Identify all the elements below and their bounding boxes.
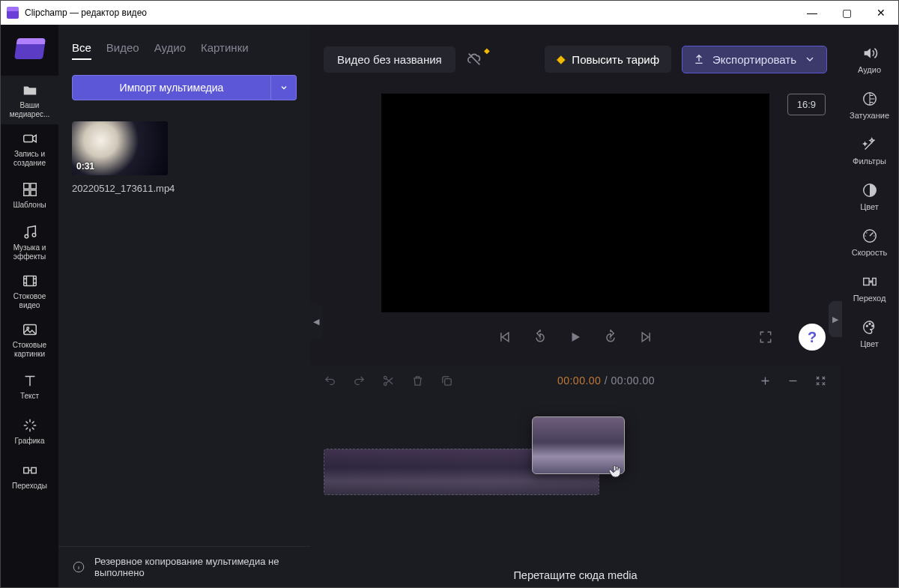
import-media-button[interactable]: Импорт мультимедиа — [72, 75, 271, 100]
add-track-icon[interactable] — [759, 375, 772, 387]
clip-thumbnail[interactable]: 0:31 — [72, 121, 168, 175]
export-button[interactable]: Экспортировать — [682, 46, 827, 73]
sidebar-item-record[interactable]: Запись и создание — [1, 124, 58, 173]
drop-hint: Перетащите сюда media — [310, 569, 841, 581]
cloud-sync-button[interactable]: ◆ — [466, 51, 482, 67]
preview-area: 16:9 — [310, 94, 841, 312]
chevron-down-icon — [279, 83, 288, 92]
rewind-5-icon[interactable]: 5 — [533, 330, 548, 345]
svg-point-5 — [25, 234, 28, 238]
svg-rect-21 — [863, 278, 868, 285]
sidebar-label: Стоковое видео — [2, 292, 57, 309]
r-label: Скорость — [852, 248, 888, 257]
tab-images[interactable]: Картинки — [201, 41, 249, 60]
svg-rect-17 — [445, 378, 452, 385]
current-time: 00:00.00 — [557, 375, 602, 387]
playback-controls: 5 5 ? — [310, 318, 841, 356]
cloud-off-icon — [466, 51, 482, 67]
r-label: Фильтры — [853, 157, 886, 166]
sidebar-item-graphics[interactable]: Графика — [1, 409, 58, 454]
contrast-icon — [862, 182, 878, 198]
sidebar-label: Стоковые картинки — [2, 341, 57, 358]
help-button[interactable]: ? — [799, 324, 826, 351]
fade-icon — [862, 91, 878, 107]
clipchamp-logo-icon — [7, 7, 19, 19]
media-panel: Все Видео Аудио Картинки Импорт мультиме… — [58, 25, 310, 587]
grab-cursor-icon — [607, 462, 625, 480]
aspect-ratio-button[interactable]: 16:9 — [787, 94, 826, 115]
close-button[interactable]: ✕ — [864, 1, 898, 25]
minimize-button[interactable]: — — [795, 1, 829, 25]
r-label: Переход — [853, 294, 886, 303]
titlebar: Clipchamp — редактор видео — ▢ ✕ — [1, 1, 898, 25]
gauge-icon — [862, 228, 878, 244]
sidebar-label: Ваши медиарес... — [2, 101, 57, 118]
duplicate-icon[interactable] — [441, 375, 453, 387]
transitions-icon — [22, 462, 38, 479]
svg-point-16 — [384, 382, 387, 385]
clip-filename: 20220512_173611.mp4 — [72, 183, 297, 194]
tab-all[interactable]: Все — [72, 41, 91, 60]
media-clip[interactable]: 0:31 20220512_173611.mp4 — [72, 121, 297, 194]
sidebar-item-stock-video[interactable]: Стоковое видео — [1, 267, 58, 315]
tab-audio[interactable]: Аудио — [154, 41, 186, 60]
svg-text:5: 5 — [539, 336, 541, 340]
redo-icon[interactable] — [353, 375, 366, 387]
sidebar-item-media[interactable]: Ваши медиарес... — [1, 76, 58, 124]
right-item-transition[interactable]: Переход — [841, 265, 898, 311]
right-item-fade[interactable]: Затухание — [841, 82, 898, 128]
templates-icon — [22, 181, 38, 198]
svg-rect-2 — [30, 184, 35, 189]
skip-start-icon[interactable] — [497, 330, 512, 345]
upgrade-button[interactable]: ◆ Повысить тариф — [545, 46, 671, 73]
info-icon — [72, 560, 85, 574]
right-item-color-2[interactable]: Цвет — [841, 311, 898, 357]
sidebar-label: Музыка и эффекты — [2, 243, 57, 261]
delete-icon[interactable] — [411, 375, 424, 387]
total-time: 00:00.00 — [611, 375, 656, 387]
maximize-button[interactable]: ▢ — [829, 1, 864, 25]
fullscreen-icon[interactable] — [758, 330, 773, 345]
speaker-icon — [862, 45, 878, 61]
sidebar-item-transitions[interactable]: Переходы — [1, 454, 58, 499]
split-icon[interactable] — [382, 375, 395, 387]
diamond-icon: ◆ — [484, 46, 490, 55]
sidebar-item-music[interactable]: Музыка и эффекты — [1, 218, 58, 267]
svg-rect-7 — [23, 276, 36, 286]
r-label: Затухание — [850, 111, 889, 120]
timeline-tracks[interactable]: Перетащите сюда media — [310, 396, 841, 587]
undo-icon[interactable] — [324, 375, 336, 387]
video-preview[interactable] — [381, 94, 769, 312]
camera-icon — [22, 130, 38, 147]
app-logo-icon — [14, 38, 46, 59]
right-item-audio[interactable]: Аудио — [841, 37, 898, 82]
svg-rect-1 — [23, 184, 28, 189]
sidebar-label: Текст — [20, 392, 39, 401]
fit-icon[interactable] — [814, 375, 827, 387]
project-title-input[interactable]: Видео без названия — [324, 46, 455, 73]
sidebar-label: Графика — [15, 437, 45, 446]
svg-point-6 — [32, 233, 36, 237]
backup-status: Резервное копирование мультимедиа не вып… — [58, 546, 310, 587]
import-media-dropdown[interactable] — [271, 75, 297, 100]
skip-end-icon[interactable] — [639, 330, 654, 345]
svg-rect-11 — [31, 468, 35, 473]
right-item-speed[interactable]: Скорость — [841, 219, 898, 265]
text-icon — [22, 372, 38, 389]
backup-message: Резервное копирование мультимедиа не вып… — [94, 556, 297, 578]
clip-duration: 0:31 — [76, 161, 94, 172]
sidebar-item-text[interactable]: Текст — [1, 364, 58, 409]
folder-icon — [22, 82, 38, 98]
sidebar-label: Запись и создание — [2, 150, 57, 167]
sidebar-item-stock-images[interactable]: Стоковые картинки — [1, 315, 58, 364]
transition-icon — [862, 273, 878, 290]
sidebar-item-templates[interactable]: Шаблоны — [1, 173, 58, 218]
collapse-right-button[interactable]: ▶ — [829, 301, 842, 337]
play-button[interactable] — [569, 330, 582, 344]
right-item-filters[interactable]: Фильтры — [841, 128, 898, 174]
tab-video[interactable]: Видео — [106, 41, 139, 60]
forward-5-icon[interactable]: 5 — [603, 330, 618, 345]
zoom-out-icon[interactable] — [787, 375, 799, 387]
right-item-color[interactable]: Цвет — [841, 174, 898, 219]
media-tabs: Все Видео Аудио Картинки — [72, 41, 297, 60]
